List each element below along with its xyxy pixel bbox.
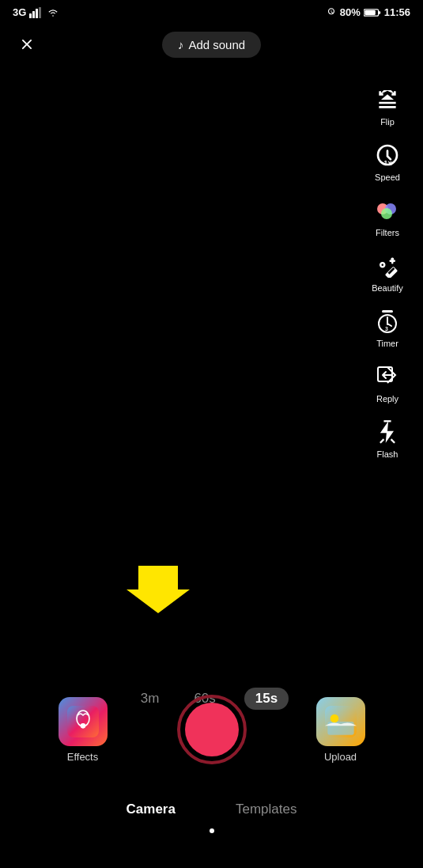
svg-text:3: 3 — [385, 326, 388, 332]
toolbar-item-reply[interactable]: Reply — [360, 356, 415, 408]
svg-rect-5 — [364, 10, 376, 15]
battery-icon — [364, 8, 381, 17]
svg-line-18 — [380, 439, 384, 443]
svg-marker-20 — [127, 566, 190, 613]
beautify-label: Beautify — [372, 283, 403, 293]
music-note-icon: ♪ — [178, 38, 184, 51]
svg-point-26 — [330, 714, 338, 722]
upload-button[interactable]: Upload — [316, 697, 365, 763]
signal-icon — [29, 7, 43, 18]
top-bar: ♪ Add sound — [0, 24, 423, 65]
add-sound-label: Add sound — [188, 38, 245, 51]
svg-text:1x: 1x — [383, 159, 392, 167]
alarm-icon — [326, 7, 337, 18]
reply-label: Reply — [376, 394, 398, 404]
record-button-container — [176, 694, 247, 765]
right-toolbar: Flip 1x Speed Filters — [360, 79, 415, 464]
effects-label: Effects — [67, 751, 99, 763]
flip-icon — [372, 84, 403, 116]
status-bar: 3G 80% 11:56 — [0, 0, 423, 21]
status-right: 80% 11:56 — [326, 6, 410, 18]
filters-icon — [372, 195, 403, 226]
svg-point-23 — [80, 723, 85, 729]
bottom-nav: Camera Templates — [0, 798, 423, 821]
filters-label: Filters — [376, 228, 399, 237]
close-button[interactable] — [13, 30, 41, 59]
upload-icon — [316, 697, 365, 746]
nav-indicator-dot — [210, 828, 214, 833]
svg-rect-6 — [378, 11, 380, 13]
toolbar-item-timer[interactable]: 3 Timer — [360, 301, 415, 353]
arrow-indicator — [127, 554, 190, 620]
beautify-icon — [372, 250, 403, 282]
network-indicator: 3G — [13, 6, 26, 18]
toolbar-item-speed[interactable]: 1x Speed — [360, 135, 415, 187]
effects-icon — [59, 697, 108, 746]
flip-label: Flip — [380, 117, 395, 127]
time-display: 11:56 — [384, 6, 410, 18]
nav-camera[interactable]: Camera — [120, 798, 182, 821]
battery-text: 80% — [340, 6, 361, 18]
down-arrow-icon — [127, 554, 190, 617]
svg-point-11 — [381, 208, 392, 219]
flash-label: Flash — [377, 449, 398, 459]
speed-label: Speed — [375, 172, 400, 182]
flash-icon — [372, 416, 403, 448]
nav-templates[interactable]: Templates — [229, 798, 303, 821]
toolbar-item-beautify[interactable]: Beautify — [360, 245, 415, 298]
toolbar-item-flash[interactable]: Flash — [360, 411, 415, 464]
timer-label: Timer — [376, 339, 398, 348]
svg-line-19 — [391, 439, 395, 443]
bottom-controls: Effects Upload — [0, 694, 423, 765]
add-sound-button[interactable]: ♪ Add sound — [162, 32, 261, 58]
reply-icon — [372, 361, 403, 392]
svg-rect-2 — [36, 9, 38, 18]
record-button[interactable] — [177, 695, 247, 764]
wifi-icon — [47, 8, 59, 17]
svg-rect-0 — [29, 13, 32, 18]
record-button-inner — [185, 703, 239, 756]
svg-rect-13 — [382, 310, 393, 313]
speed-icon: 1x — [372, 139, 403, 171]
upload-label: Upload — [324, 751, 357, 763]
svg-rect-3 — [39, 7, 41, 18]
status-left: 3G — [13, 6, 59, 18]
effects-button[interactable]: Effects — [59, 697, 108, 763]
svg-rect-1 — [32, 11, 35, 18]
timer-icon: 3 — [372, 305, 403, 337]
svg-point-12 — [391, 257, 394, 260]
toolbar-item-filters[interactable]: Filters — [360, 190, 415, 242]
toolbar-item-flip[interactable]: Flip — [360, 79, 415, 131]
